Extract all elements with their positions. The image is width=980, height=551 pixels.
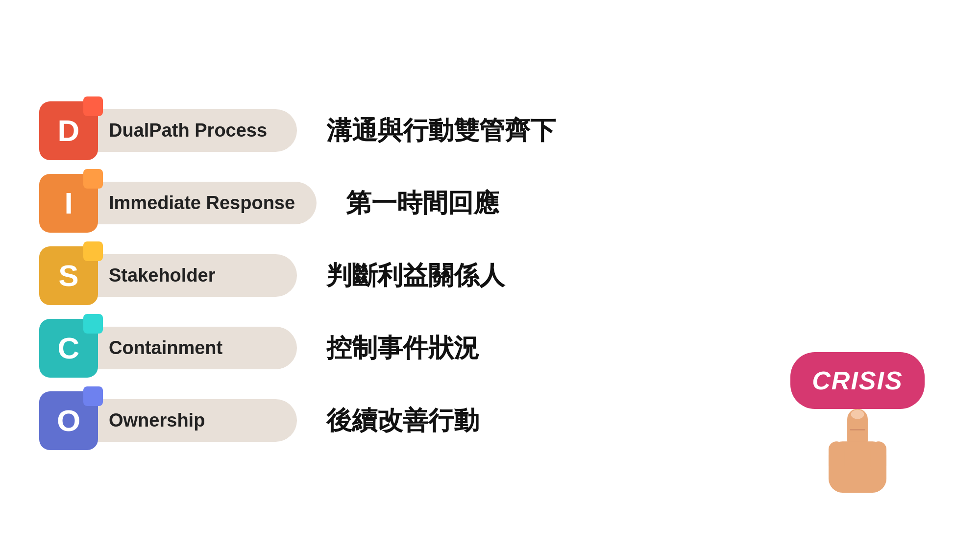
main-container: D DualPath Process 溝通與行動雙管齊下 I Immediate… bbox=[39, 20, 941, 531]
left-section: D DualPath Process 溝通與行動雙管齊下 I Immediate… bbox=[39, 101, 774, 450]
row-o: O Ownership 後續改善行動 bbox=[39, 391, 774, 450]
pill-d: DualPath Process bbox=[91, 109, 297, 152]
row-s: S Stakeholder 判斷利益關係人 bbox=[39, 246, 774, 305]
svg-rect-3 bbox=[871, 441, 886, 474]
letter-s: S bbox=[58, 258, 78, 293]
label-d: DualPath Process bbox=[109, 120, 267, 141]
hand-icon bbox=[818, 404, 897, 502]
row-i: I Immediate Response 第一時間回應 bbox=[39, 174, 774, 233]
hand-container bbox=[818, 404, 897, 502]
letter-c: C bbox=[58, 331, 80, 365]
crisis-button[interactable]: CRISIS bbox=[790, 352, 924, 409]
chinese-d: 溝通與行動雙管齊下 bbox=[326, 114, 556, 148]
badge-d: D bbox=[39, 101, 98, 160]
chinese-o: 後續改善行動 bbox=[326, 404, 479, 438]
badge-i: I bbox=[39, 174, 98, 233]
letter-d: D bbox=[58, 113, 80, 148]
label-o: Ownership bbox=[109, 410, 205, 431]
label-i: Immediate Response bbox=[109, 192, 295, 214]
crisis-label: CRISIS bbox=[812, 366, 903, 395]
chinese-i: 第一時間回應 bbox=[346, 186, 499, 220]
pill-i: Immediate Response bbox=[91, 182, 317, 224]
row-d: D DualPath Process 溝通與行動雙管齊下 bbox=[39, 101, 774, 160]
letter-i: I bbox=[64, 186, 73, 220]
chinese-s: 判斷利益關係人 bbox=[326, 259, 505, 293]
badge-c: C bbox=[39, 319, 98, 378]
label-c: Containment bbox=[109, 337, 222, 359]
label-s: Stakeholder bbox=[109, 265, 216, 286]
badge-o: O bbox=[39, 391, 98, 450]
letter-o: O bbox=[57, 403, 80, 438]
row-c: C Containment 控制事件狀況 bbox=[39, 319, 774, 378]
svg-point-5 bbox=[851, 409, 864, 419]
pill-c: Containment bbox=[91, 327, 297, 369]
badge-s: S bbox=[39, 246, 98, 305]
svg-rect-2 bbox=[829, 441, 844, 474]
chinese-c: 控制事件狀況 bbox=[326, 331, 479, 365]
pill-o: Ownership bbox=[91, 399, 297, 442]
right-section: CRISIS bbox=[774, 20, 941, 531]
pill-s: Stakeholder bbox=[91, 254, 297, 297]
